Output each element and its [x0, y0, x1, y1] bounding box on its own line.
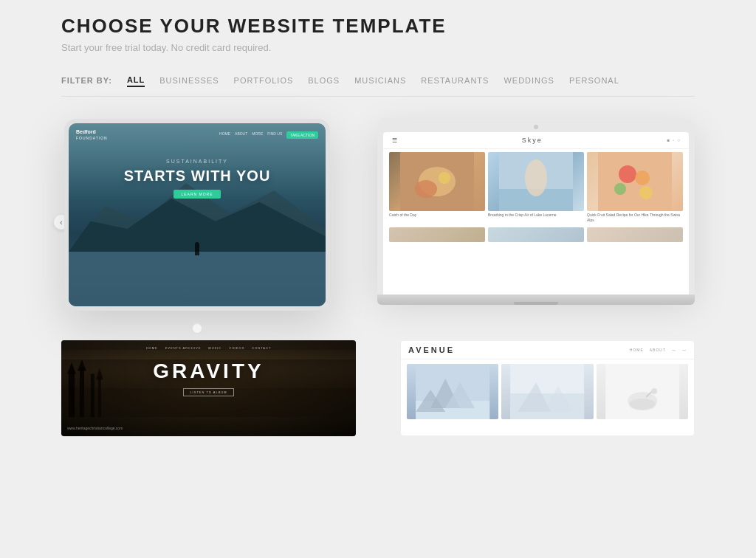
skye-img-1 — [389, 152, 485, 211]
gravity-content: GRAVITY LISTEN TO ALBUM — [61, 356, 356, 400]
laptop-mockup: ☰ Skye ■◦○ — [377, 119, 695, 305]
skye-nav: ☰ Skye ■◦○ — [383, 132, 689, 149]
skye-grid: Catch of the Day — [383, 149, 689, 227]
svg-point-5 — [439, 172, 450, 184]
tablet-screen: BedfordFOUNDATION HOME ABOUT MORE FIND U… — [69, 123, 326, 306]
avenue-nav: AVENUE HOME ABOUT — — — [401, 341, 694, 359]
template-gravity[interactable]: HOME EVENTS ARCHIVE MUSIC VIDEOS CONTACT… — [61, 340, 356, 436]
tablet-home-button — [191, 323, 203, 334]
filter-personal[interactable]: PERSONAL — [569, 75, 619, 86]
bedford-headline: STARTS WITH YOU — [76, 168, 318, 184]
svg-point-4 — [415, 180, 437, 198]
bedford-hero: SUSTAINABILITY STARTS WITH YOU LEARN MOR… — [69, 148, 326, 210]
template-avenue[interactable]: AVENUE HOME ABOUT — — — [400, 340, 695, 436]
avenue-img-sky — [501, 364, 593, 419]
page-subtitle: Start your free trial today. No credit c… — [61, 42, 695, 53]
skye-social: ■◦○ — [667, 138, 680, 142]
tablet-frame: BedfordFOUNDATION HOME ABOUT MORE FIND U… — [64, 119, 330, 311]
laptop-frame: ☰ Skye ■◦○ — [377, 119, 695, 294]
svg-point-10 — [619, 165, 636, 183]
bottom-row: HOME EVENTS ARCHIVE MUSIC VIDEOS CONTACT… — [61, 340, 695, 436]
filter-label: FILTER BY: — [61, 76, 112, 85]
svg-point-33 — [651, 388, 657, 394]
bedford-mockup: ‹ — [61, 119, 333, 326]
skye-caption-2: Breathing in the Crisp Air of Lake Lucer… — [488, 211, 584, 219]
avenue-preview: AVENUE HOME ABOUT — — — [400, 340, 695, 436]
filter-businesses[interactable]: BUSINESSES — [159, 75, 219, 86]
templates-grid: ‹ — [61, 119, 695, 326]
filter-portfolios[interactable]: PORTFOLIOS — [234, 75, 294, 86]
skye-img-3 — [587, 152, 683, 211]
page-container: CHOOSE YOUR WEBSITE TEMPLATE Start your … — [0, 0, 756, 558]
laptop-camera — [534, 125, 538, 129]
filter-all[interactable]: ALL — [127, 74, 145, 87]
svg-point-8 — [525, 159, 547, 196]
avenue-img-bird — [597, 364, 688, 419]
bedford-logo: BedfordFOUNDATION — [76, 129, 108, 142]
avenue-grid — [401, 359, 694, 424]
gravity-cta[interactable]: LISTEN TO ALBUM — [183, 388, 233, 396]
skye-img-2 — [488, 152, 584, 211]
bedford-tagline: SUSTAINABILITY — [76, 159, 318, 164]
skye-post-2[interactable]: Breathing in the Crisp Air of Lake Lucer… — [488, 152, 584, 224]
avenue-logo: AVENUE — [408, 345, 455, 354]
template-bedford[interactable]: ‹ — [61, 119, 333, 326]
template-skye[interactable]: ☰ Skye ■◦○ — [377, 119, 695, 326]
filter-bar: FILTER BY: ALL BUSINESSES PORTFOLIOS BLO… — [61, 74, 695, 97]
page-title: CHOOSE YOUR WEBSITE TEMPLATE — [61, 15, 695, 38]
avenue-nav-links: HOME ABOUT — — — [630, 348, 687, 352]
skye-caption-1: Catch of the Day — [389, 211, 485, 219]
gravity-url: www.heritagechristiancollege.com — [67, 426, 123, 430]
gravity-nav: HOME EVENTS ARCHIVE MUSIC VIDEOS CONTACT — [61, 340, 356, 356]
bedford-lower: We conserve land through outreach, resto… — [69, 306, 326, 311]
laptop-base — [377, 294, 695, 305]
avenue-img-mountains — [407, 364, 498, 419]
filter-blogs[interactable]: BLOGS — [308, 75, 340, 86]
filter-restaurants[interactable]: RESTAURANTS — [421, 75, 489, 86]
skye-post-3[interactable]: Quick Fruit Salad Recipe for Our Hike Th… — [587, 152, 683, 224]
gravity-title: GRAVITY — [65, 359, 352, 383]
bedford-cta[interactable]: LEARN MORE — [173, 190, 220, 199]
hamburger-icon[interactable]: ☰ — [392, 137, 397, 144]
svg-point-34 — [629, 399, 656, 410]
laptop-screen: ☰ Skye ■◦○ — [383, 132, 689, 294]
bedford-nav: HOME ABOUT MORE FIND US TAKE ACTION — [219, 131, 318, 139]
svg-rect-9 — [598, 152, 672, 211]
filter-musicians[interactable]: MUSICIANS — [354, 75, 406, 86]
svg-point-13 — [639, 186, 653, 199]
skye-caption-3: Quick Fruit Salad Recipe for Our Hike Th… — [587, 211, 683, 224]
skye-logo: Skye — [522, 137, 543, 144]
gravity-preview: HOME EVENTS ARCHIVE MUSIC VIDEOS CONTACT… — [61, 340, 356, 436]
svg-point-12 — [614, 183, 626, 195]
filter-weddings[interactable]: WEDDINGS — [504, 75, 554, 86]
svg-point-11 — [635, 170, 650, 185]
svg-rect-31 — [605, 364, 679, 419]
skye-post-1[interactable]: Catch of the Day — [389, 152, 485, 224]
